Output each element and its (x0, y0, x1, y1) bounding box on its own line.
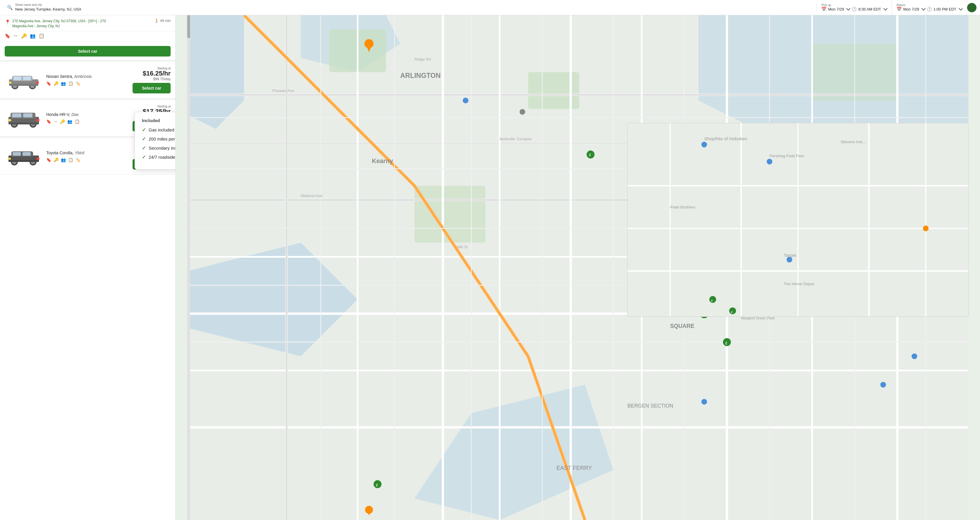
honda-icon-4: 👥 (67, 119, 72, 124)
svg-rect-112 (187, 15, 190, 520)
svg-rect-28 (13, 152, 21, 156)
location-icon-strip: 🔖 ↔️ 🔑 👥 📋 (0, 31, 175, 42)
svg-text:Belleville Turnpike: Belleville Turnpike (500, 137, 532, 141)
svg-rect-29 (22, 152, 31, 156)
nissan-icon-4: 📋 (68, 81, 73, 86)
toyota-feature-icons: 🔖 🔑 👥 📋 🏷️ (46, 158, 129, 162)
svg-text:Z: Z (731, 310, 733, 314)
toyota-info: Toyota Corolla, Ybird 🔖 🔑 👥 📋 🏷️ (46, 150, 129, 162)
honda-icon-2: ↔️ (54, 119, 58, 124)
location-info: 📍 270 Magnolia Ave, Jersey City, NJ 0730… (5, 19, 106, 29)
honda-image (5, 107, 43, 129)
svg-text:Stevens Inst...: Stevens Inst... (840, 140, 865, 144)
svg-text:Z: Z (725, 341, 727, 345)
header: 🔍 Street name and city New Jersey Turnpi… (0, 0, 980, 15)
svg-text:Z: Z (376, 483, 378, 487)
search-icon: 🔍 (7, 5, 13, 10)
return-date-chevron[interactable] (921, 6, 926, 11)
filter-icon-3[interactable]: 🔑 (21, 33, 27, 39)
nissan-starting-at: Starting at (132, 67, 170, 70)
svg-text:Ridge Rd: Ridge Rd (414, 57, 431, 62)
pickup-time-chevron[interactable] (883, 6, 888, 11)
svg-point-132 (787, 257, 792, 262)
svg-text:EAST FERRY: EAST FERRY (557, 465, 592, 471)
svg-rect-36 (414, 186, 485, 242)
svg-point-110 (880, 382, 886, 388)
nissan-image (5, 69, 43, 91)
nissan-price-day: $98.75/day (132, 77, 170, 81)
svg-text:The Home Depot: The Home Depot (784, 282, 814, 286)
nissan-name: Nissan Sentra, Ambrosia (46, 74, 129, 79)
nissan-icon-3: 👥 (61, 81, 66, 86)
svg-text:ShopRite of Hoboken: ShopRite of Hoboken (704, 136, 747, 141)
calendar-icon: 📅 (821, 7, 826, 11)
search-label: Street name and city (15, 3, 81, 6)
toyota-icon-3: 👥 (61, 158, 66, 162)
map-area[interactable]: ARLINGTON Kearny THE HEIGHTS SQUARE BERG… (176, 15, 980, 520)
tooltip-item-gas: ✓ Gas included i (142, 127, 176, 132)
return-clock-icon: 🕐 (927, 7, 932, 11)
honda-icon-1: 🔖 (46, 119, 51, 124)
svg-rect-19 (8, 123, 39, 124)
svg-rect-18 (23, 113, 32, 117)
nissan-pricing: Starting at $16.25/hr $98.75/day Select … (132, 67, 170, 93)
toyota-icon-2: 🔑 (54, 158, 59, 162)
tooltip-title: Included (142, 118, 176, 123)
car-list-panel: 📍 270 Magnolia Ave, Jersey City, NJ 0730… (0, 15, 176, 520)
location-address-line2: Magnolia Ave - Jersey City, NJ (12, 24, 106, 29)
honda-icon-3: 🔑 (60, 119, 65, 124)
location-address-line1: 270 Magnolia Ave, Jersey City, NJ 07306,… (12, 19, 106, 24)
svg-rect-9 (8, 82, 11, 83)
filter-icon-1[interactable]: 🔖 (5, 33, 11, 39)
nissan-select-button[interactable]: Select car (132, 83, 170, 93)
select-car-button-top[interactable]: Select car (5, 46, 170, 56)
tooltip-item-insurance: ✓ Secondary insurance (142, 145, 176, 151)
search-section[interactable]: 🔍 Street name and city New Jersey Turnpi… (3, 3, 817, 12)
check-icon-insurance: ✓ (142, 145, 146, 151)
filter-icon-5[interactable]: 📋 (39, 33, 45, 39)
tooltip-miles-label: 200 miles per day (149, 136, 176, 141)
return-section[interactable]: Return 📅 Mon 7/29 🕐 1:00 PM EDT (892, 0, 967, 15)
nissan-icon-5: 🏷️ (75, 81, 81, 86)
svg-rect-31 (8, 158, 11, 160)
honda-feature-icons: 🔖 ↔️ 🔑 👥 📋 (46, 119, 129, 124)
pickup-date-chevron[interactable] (846, 6, 850, 11)
toyota-icon-4: 📋 (68, 158, 73, 162)
user-avatar[interactable] (967, 3, 977, 12)
svg-text:Z: Z (711, 299, 713, 302)
tooltip-roadside-label: 24/7 roadside assistance (149, 155, 176, 160)
car-card-nissan: Nissan Sentra, Ambrosia 🔖 🔑 👥 📋 🏷️ Start… (0, 62, 175, 98)
svg-rect-20 (8, 119, 11, 121)
svg-rect-113 (187, 15, 190, 38)
svg-rect-30 (8, 160, 39, 162)
pickup-section[interactable]: Pick up 📅 Mon 7/29 🕐 8:30 AM EDT (817, 0, 892, 15)
svg-text:SQUARE: SQUARE (670, 323, 694, 329)
return-label: Return (897, 3, 962, 7)
included-tooltip: Included ✓ Gas included i ✓ 200 miles pe… (135, 112, 176, 169)
main-content: 📍 270 Magnolia Ave, Jersey City, NJ 0730… (0, 15, 980, 520)
svg-text:Pershing Field Park: Pershing Field Park (770, 154, 804, 158)
svg-point-131 (767, 159, 772, 164)
nissan-feature-icons: 🔖 🔑 👥 📋 🏷️ (46, 81, 129, 86)
check-icon-roadside: ✓ (142, 154, 146, 160)
clock-icon: 🕐 (851, 7, 856, 11)
return-date: Mon 7/29 (903, 7, 919, 11)
svg-text:Newport Green Park: Newport Green Park (741, 316, 775, 320)
return-time-chevron[interactable] (959, 6, 963, 11)
toyota-icon-5: 🏷️ (75, 158, 81, 162)
nissan-car-svg (6, 70, 41, 89)
svg-point-106 (520, 109, 525, 115)
svg-point-137 (923, 225, 929, 231)
filter-icon-4[interactable]: 👥 (30, 33, 36, 39)
filter-icon-2[interactable]: ↔️ (13, 33, 18, 39)
pickup-date: Mon 7/29 (828, 7, 844, 11)
toyota-image (5, 145, 43, 167)
location-pin-icon: 📍 (5, 19, 11, 25)
svg-text:ARLINGTON: ARLINGTON (400, 72, 441, 79)
svg-point-130 (702, 142, 707, 147)
tooltip-item-roadside: ✓ 24/7 roadside assistance (142, 154, 176, 160)
return-time: 1:00 PM EDT (934, 7, 956, 11)
tooltip-item-miles: ✓ 200 miles per day i (142, 136, 176, 142)
return-calendar-icon: 📅 (897, 7, 902, 11)
walk-time: 🚶 49 min (154, 19, 170, 23)
